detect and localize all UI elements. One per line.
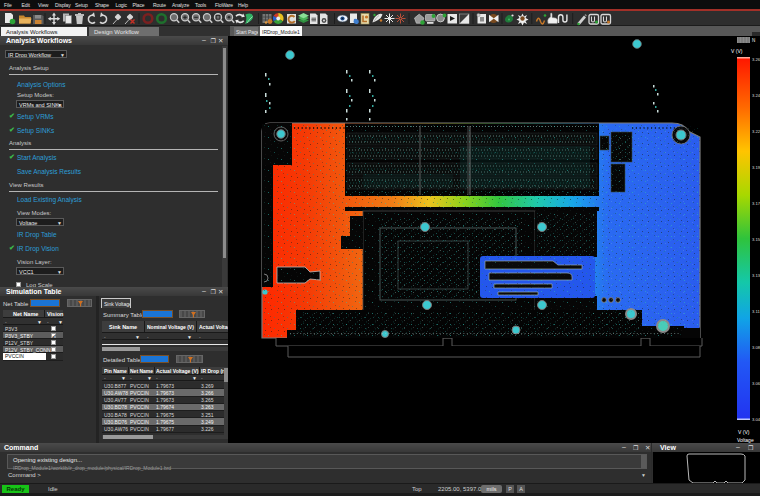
svg-text:V (V): V (V) [738,429,750,435]
svg-text:N: N [752,38,755,43]
svg-text:3.13: 3.13 [752,273,760,278]
svg-text:3.26: 3.26 [752,57,760,62]
svg-text:3.22: 3.22 [752,129,760,134]
svg-text:V (V): V (V) [731,48,743,54]
svg-text:3.06: 3.06 [752,381,760,386]
svg-text:3.11: 3.11 [752,309,760,314]
svg-text:3.17: 3.17 [752,201,760,206]
svg-text:3.24: 3.24 [752,93,760,98]
svg-text:3.15: 3.15 [752,237,760,242]
svg-text:3.04: 3.04 [752,417,760,422]
svg-text:3.08: 3.08 [752,345,760,350]
svg-text:3.19: 3.19 [752,165,760,170]
